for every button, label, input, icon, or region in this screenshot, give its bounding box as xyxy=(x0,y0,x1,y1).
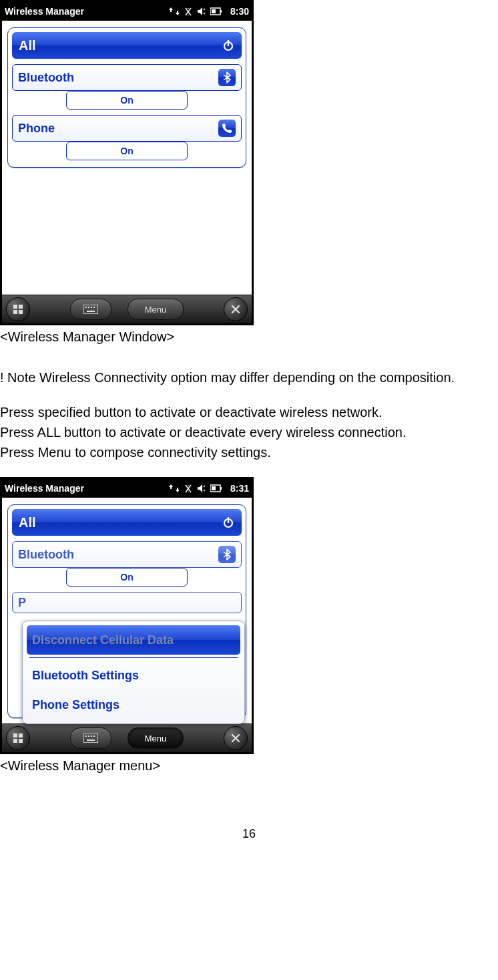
phone-label-partial: P xyxy=(18,596,33,610)
caption-1: <Wireless Manager Window> xyxy=(0,329,498,345)
battery-icon xyxy=(210,7,222,15)
bluetooth-label: Bluetooth xyxy=(18,71,74,85)
svg-rect-8 xyxy=(19,310,23,314)
status-bar: Wireless Manager 8:31 xyxy=(2,479,252,498)
status-icons: 8:30 xyxy=(169,6,249,17)
keyboard-button[interactable] xyxy=(70,299,111,320)
clock-time: 8:30 xyxy=(230,6,249,17)
menu-divider xyxy=(29,657,238,658)
close-button[interactable] xyxy=(224,297,248,321)
svg-rect-20 xyxy=(13,733,17,738)
keyboard-button[interactable] xyxy=(70,727,111,749)
volume-icon xyxy=(197,7,206,16)
status-bar: Wireless Manager 8:30 xyxy=(2,2,252,21)
all-label: All xyxy=(19,515,36,530)
svg-rect-27 xyxy=(91,736,92,737)
signal-icon xyxy=(184,7,193,16)
wireless-manager-body: All Bluetooth On Phone xyxy=(2,21,252,295)
svg-rect-26 xyxy=(88,736,89,737)
svg-rect-14 xyxy=(87,311,95,312)
svg-rect-6 xyxy=(19,305,23,309)
task-bar: Menu xyxy=(2,295,252,323)
instruction-3: Press Menu to compose connectivity setti… xyxy=(0,442,498,462)
app-title: Wireless Manager xyxy=(5,483,169,494)
bluetooth-toggle-row[interactable]: Bluetooth xyxy=(12,64,242,91)
svg-rect-9 xyxy=(83,305,98,314)
instruction-2: Press ALL button to activate or deactiva… xyxy=(0,422,498,442)
all-toggle-row[interactable]: All xyxy=(12,32,242,59)
svg-rect-2 xyxy=(212,9,216,13)
svg-rect-1 xyxy=(220,10,222,13)
bluetooth-toggle-row[interactable]: Bluetooth xyxy=(12,541,242,568)
svg-rect-21 xyxy=(19,733,23,738)
phone-icon xyxy=(218,120,236,137)
menu-item-bluetooth-settings[interactable]: Bluetooth Settings xyxy=(27,661,240,690)
start-button[interactable] xyxy=(6,297,30,321)
data-connection-icon xyxy=(169,7,180,16)
page-number: 16 xyxy=(0,827,498,841)
svg-rect-25 xyxy=(85,736,87,737)
all-toggle-row[interactable]: All xyxy=(12,509,242,536)
phone-toggle-row[interactable]: Phone xyxy=(12,115,242,142)
data-connection-icon xyxy=(169,484,180,493)
menu-item-phone-settings[interactable]: Phone Settings xyxy=(27,690,240,719)
bluetooth-label: Bluetooth xyxy=(18,548,74,562)
clock-time: 8:31 xyxy=(230,483,249,494)
status-icons: 8:31 xyxy=(169,483,249,494)
start-button[interactable] xyxy=(6,726,30,750)
close-button[interactable] xyxy=(224,726,248,750)
svg-rect-23 xyxy=(19,739,23,743)
menu-popup: Disconnect Cellular Data Bluetooth Setti… xyxy=(22,621,245,724)
svg-rect-29 xyxy=(87,740,95,741)
screenshot-wireless-manager-menu: Wireless Manager 8:31 All xyxy=(0,477,254,754)
svg-rect-10 xyxy=(85,307,87,308)
svg-rect-16 xyxy=(220,487,222,490)
phone-label: Phone xyxy=(18,122,55,136)
svg-rect-11 xyxy=(88,307,89,308)
wireless-items-panel: All Bluetooth On Phone xyxy=(7,27,246,168)
power-icon xyxy=(222,516,235,529)
svg-rect-12 xyxy=(91,307,92,308)
caption-2: <Wireless Manager menu> xyxy=(0,758,498,774)
power-icon xyxy=(222,39,235,52)
svg-rect-24 xyxy=(83,733,98,743)
svg-rect-28 xyxy=(93,736,95,737)
bluetooth-icon xyxy=(218,69,236,86)
svg-rect-7 xyxy=(13,310,17,314)
menu-button[interactable]: Menu xyxy=(128,727,184,749)
bluetooth-status: On xyxy=(66,91,188,110)
phone-toggle-row-partial[interactable]: P xyxy=(12,592,242,613)
screenshot-wireless-manager-window: Wireless Manager 8:30 All xyxy=(0,0,254,325)
svg-rect-13 xyxy=(93,307,95,308)
bluetooth-icon xyxy=(218,546,236,563)
app-title: Wireless Manager xyxy=(5,6,169,17)
svg-rect-22 xyxy=(13,739,17,743)
svg-rect-17 xyxy=(212,486,216,490)
note-text: ! Note Wireless Connectivity option may … xyxy=(0,367,498,387)
instruction-1: Press specified button to activate or de… xyxy=(0,402,498,422)
bluetooth-status: On xyxy=(66,568,188,587)
menu-item-disconnect-cellular[interactable]: Disconnect Cellular Data xyxy=(27,625,240,655)
all-label: All xyxy=(19,38,36,53)
signal-icon xyxy=(184,484,193,493)
svg-rect-5 xyxy=(13,305,17,309)
battery-icon xyxy=(210,484,222,492)
volume-icon xyxy=(197,484,206,493)
menu-button[interactable]: Menu xyxy=(128,299,184,320)
task-bar: Menu xyxy=(2,723,252,752)
phone-status: On xyxy=(66,142,188,160)
